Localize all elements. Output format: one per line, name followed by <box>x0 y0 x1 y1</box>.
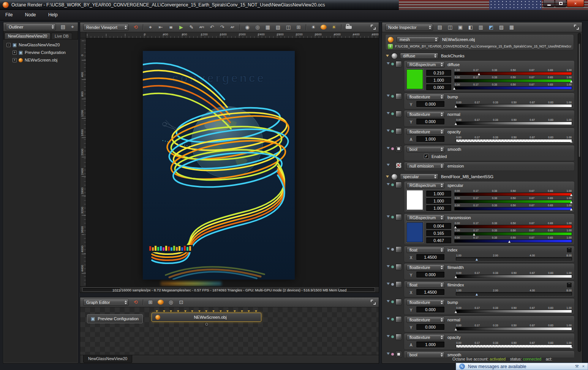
checkbox[interactable]: ✓ <box>424 154 429 159</box>
collapse-triangle-icon[interactable] <box>387 283 390 285</box>
value-field[interactable]: 0.210 <box>426 70 451 76</box>
sun-light-icon[interactable]: ☀ <box>331 24 337 31</box>
slider-track[interactable] <box>454 79 572 82</box>
outliner-list-icon[interactable]: ▤ <box>60 24 66 30</box>
collapse-triangle-icon[interactable] <box>387 248 390 250</box>
slider-track[interactable] <box>456 345 572 348</box>
color-swatch[interactable] <box>406 222 423 242</box>
slider-track[interactable] <box>454 225 572 228</box>
type-dropdown[interactable]: RGBspectrum <box>406 62 445 68</box>
film-settings-icon[interactable]: ▥ <box>478 24 484 31</box>
notification-toast[interactable]: ∿ New messages are available ⚒× <box>456 363 588 370</box>
collapse-triangle-icon[interactable] <box>386 176 389 178</box>
menu-file[interactable]: File <box>0 10 18 20</box>
undo-icon[interactable]: ↶ <box>209 24 215 31</box>
type-dropdown[interactable]: bool <box>406 352 445 357</box>
restart-render-icon[interactable]: ⟲ <box>133 299 139 306</box>
slider-track[interactable] <box>454 232 572 236</box>
lens-icon[interactable]: ◎ <box>254 24 261 31</box>
slider-track[interactable] <box>454 239 572 243</box>
graph-editor-selector[interactable]: Graph Editor <box>83 299 129 306</box>
slider-track[interactable] <box>456 104 572 108</box>
slider-track[interactable] <box>456 139 572 142</box>
node-connector-dot[interactable] <box>391 353 394 356</box>
node-connector-dot[interactable] <box>391 216 394 218</box>
collapse-triangle-icon[interactable] <box>387 265 390 267</box>
input-pin[interactable] <box>212 310 215 312</box>
restart-sequence-icon[interactable]: ⇤ <box>158 24 164 31</box>
node-connector-dot[interactable] <box>391 248 394 251</box>
type-dropdown[interactable]: float <box>406 282 445 288</box>
node-connector-dot[interactable] <box>391 183 394 186</box>
color-swatch[interactable] <box>406 69 423 89</box>
type-dropdown[interactable]: diffuse <box>400 53 438 59</box>
mesh-type-dropdown[interactable]: mesh <box>397 36 439 43</box>
slider-track[interactable] <box>454 193 572 196</box>
graph-node-preview-configuration[interactable]: ▣ Preview Configuration <box>87 314 143 323</box>
restart-render-icon[interactable]: ⟲ <box>133 24 139 31</box>
type-dropdown[interactable]: floattexture <box>406 317 445 323</box>
collapse-triangle-icon[interactable] <box>386 55 389 57</box>
input-pin[interactable] <box>198 310 201 312</box>
type-dropdown[interactable]: floattexture <box>406 264 445 270</box>
resume-render-icon[interactable]: ▶ <box>178 24 184 31</box>
node-connector-dot[interactable] <box>391 112 394 115</box>
slider-track[interactable] <box>456 310 572 313</box>
tree-item[interactable]: +NEWwScreen.obj <box>5 56 78 64</box>
collapse-triangle-icon[interactable] <box>387 353 390 355</box>
type-dropdown[interactable]: null emission <box>406 163 445 169</box>
export-graph-icon[interactable]: ⊡ <box>178 299 184 306</box>
type-dropdown[interactable]: floattexture <box>406 129 445 135</box>
pick-region-icon[interactable]: ⌖ <box>147 24 153 31</box>
graph-tab[interactable]: NewGlassNewView20 <box>83 355 132 363</box>
value-field[interactable]: 1.4500 <box>416 254 444 260</box>
value-field[interactable]: 0.467 <box>426 237 451 244</box>
collapse-triangle-icon[interactable] <box>387 147 390 149</box>
graph-canvas[interactable]: ▣ Preview Configuration NEWwScreen.obj <box>80 307 379 356</box>
input-pin[interactable] <box>156 310 158 312</box>
color-swatch[interactable] <box>406 190 423 210</box>
slider-track[interactable] <box>456 327 572 330</box>
type-dropdown[interactable]: floattexture <box>406 94 445 100</box>
expand-viewport-icon[interactable] <box>371 25 376 30</box>
collapse-triangle-icon[interactable] <box>387 62 390 65</box>
slider-track[interactable] <box>454 200 572 203</box>
type-dropdown[interactable]: float <box>406 247 445 253</box>
node-output-pin[interactable] <box>205 323 208 326</box>
pause-render-icon[interactable]: ▮▮ <box>168 24 174 31</box>
tree-item[interactable]: -▣NewGlassNewView20 <box>5 41 78 49</box>
slider-track[interactable] <box>456 292 572 296</box>
show-image-icon[interactable]: ▣ <box>457 24 463 31</box>
slider-track[interactable] <box>456 257 572 261</box>
node-connector-dot[interactable] <box>391 335 394 338</box>
value-field[interactable]: 0.000 <box>416 119 444 125</box>
value-field[interactable]: 1.000 <box>426 77 451 83</box>
value-field[interactable]: 0.000 <box>416 324 444 330</box>
save-graph-icon[interactable]: ⊞ <box>147 299 153 306</box>
lock-viewport-icon[interactable] <box>346 26 352 29</box>
input-pin[interactable] <box>191 310 193 312</box>
graph-node-mesh[interactable]: NEWwScreen.obj <box>152 313 261 322</box>
collapse-triangle-icon[interactable] <box>387 130 390 132</box>
value-field[interactable]: 0.000 <box>416 272 444 278</box>
type-dropdown[interactable]: floattexture <box>406 334 445 340</box>
collapse-triangle-icon[interactable] <box>387 95 390 97</box>
input-pin[interactable] <box>163 310 165 312</box>
input-pin[interactable] <box>248 310 250 312</box>
node-connector-dot[interactable] <box>391 147 394 150</box>
node-connector-dot[interactable] <box>391 318 394 321</box>
value-field[interactable]: 1.000 <box>426 205 451 211</box>
white-balance-icon[interactable]: ☀ <box>310 24 316 31</box>
type-dropdown[interactable]: RGBspectrum <box>406 182 445 188</box>
collapse-box[interactable]: - <box>6 43 11 47</box>
value-field[interactable]: 1.000 <box>426 198 451 204</box>
type-dropdown[interactable]: floattexture <box>406 299 445 305</box>
notification-close-icon[interactable]: × <box>582 364 585 369</box>
value-field[interactable]: 0.165 <box>426 230 451 236</box>
menu-node[interactable]: Node <box>20 10 41 20</box>
node-connector-dot[interactable] <box>391 266 394 268</box>
inspector-scrollbar[interactable] <box>578 33 581 352</box>
material-ball-icon[interactable] <box>321 25 327 30</box>
expand-box[interactable]: + <box>13 58 17 62</box>
alpha-channel-icon[interactable]: ▧ <box>275 24 281 31</box>
